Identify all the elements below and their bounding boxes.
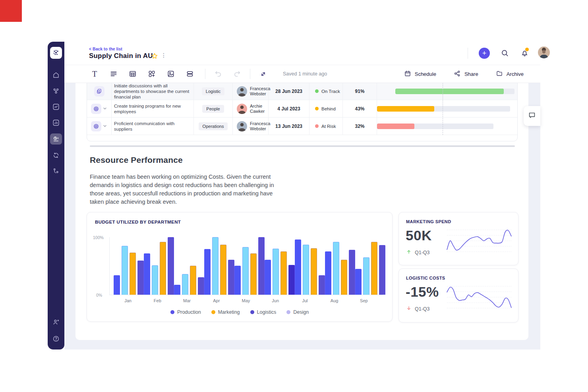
bar-logistics-mar[interactable]: [198, 277, 204, 295]
bar-marketing-jan[interactable]: [130, 253, 136, 295]
owner-name: Francesca Webster: [250, 86, 270, 97]
bar-production-mar[interactable]: [174, 285, 180, 295]
chart-title: BUDGET UTILIZED BY DEPARTMENT: [95, 220, 181, 224]
status-cell[interactable]: At Risk: [309, 118, 343, 135]
legend-item-production[interactable]: Production: [170, 309, 201, 315]
bar-logistics-feb[interactable]: [168, 237, 174, 295]
archive-button[interactable]: Archive: [496, 70, 524, 78]
task-title[interactable]: Create training programs for new employe…: [112, 100, 194, 117]
sidebar-item-invite[interactable]: [50, 317, 62, 327]
gantt-cell[interactable]: [377, 100, 517, 117]
sidebar-item-reports[interactable]: [50, 133, 62, 145]
owner-cell[interactable]: Francesca Webster: [233, 118, 269, 135]
sidebar-item-branch[interactable]: [50, 166, 62, 176]
kpi-label: LOGISTIC COSTS: [406, 276, 445, 280]
bar-design-mar[interactable]: [182, 274, 188, 295]
task-title[interactable]: Initiate discussions with all department…: [112, 83, 194, 100]
text-tool-icon[interactable]: T: [85, 70, 104, 79]
bar-production-jul[interactable]: [295, 239, 301, 295]
notifications-bell-icon[interactable]: [520, 49, 529, 59]
tag-chip[interactable]: Operations: [199, 122, 228, 130]
bar-logistics-aug[interactable]: [349, 250, 355, 295]
bar-production-jan[interactable]: [114, 275, 120, 295]
add-widget-tool-icon[interactable]: [142, 70, 161, 78]
bar-logistics-apr[interactable]: [228, 260, 234, 295]
toolbar: T Saved 1 minute ago: [64, 65, 540, 83]
bar-design-jan[interactable]: [122, 246, 128, 295]
layout-tool-icon[interactable]: [180, 70, 199, 78]
y-axis-tick-100: 100%: [93, 235, 104, 240]
tag-chip[interactable]: People: [202, 105, 224, 113]
bar-design-apr[interactable]: [212, 237, 219, 295]
bar-design-sep[interactable]: [363, 257, 369, 295]
bar-production-jun[interactable]: [265, 260, 271, 295]
bar-marketing-apr[interactable]: [220, 245, 226, 295]
star-icon[interactable]: [151, 52, 158, 61]
bar-logistics-jul[interactable]: [319, 275, 325, 295]
bar-marketing-jun[interactable]: [280, 251, 287, 295]
back-link[interactable]: < Back to the list: [89, 46, 122, 51]
sidebar-item-bar-chart[interactable]: [50, 118, 62, 128]
user-add-icon: [52, 319, 60, 326]
gantt-cell[interactable]: [377, 83, 517, 100]
create-button[interactable]: +: [479, 48, 490, 59]
bar-design-aug[interactable]: [333, 242, 339, 295]
bar-production-may[interactable]: [234, 266, 241, 295]
bar-marketing-jul[interactable]: [311, 248, 317, 295]
sidebar-item-sync[interactable]: [50, 150, 62, 160]
bar-marketing-may[interactable]: [250, 253, 257, 295]
table-row[interactable]: Create training programs for new employe…: [87, 100, 517, 118]
tag-chip[interactable]: Logistic: [202, 87, 224, 95]
bar-production-apr[interactable]: [204, 249, 211, 295]
bar-design-jun[interactable]: [273, 249, 279, 295]
share-button[interactable]: Share: [454, 70, 478, 78]
status-cell[interactable]: On Track: [309, 83, 343, 100]
bar-production-aug[interactable]: [325, 251, 331, 295]
status-cell[interactable]: Behind: [309, 100, 343, 117]
bar-design-jul[interactable]: [303, 245, 309, 295]
image-tool-icon[interactable]: [161, 70, 180, 78]
table-row[interactable]: Initiate discussions with all department…: [87, 83, 517, 100]
bar-production-sep[interactable]: [355, 269, 362, 295]
legend-item-design[interactable]: Design: [286, 309, 309, 315]
legend-item-logistics[interactable]: Logistics: [250, 309, 277, 315]
bar-logistics-may[interactable]: [258, 237, 265, 295]
bar-production-feb[interactable]: [144, 253, 150, 295]
table-tool-icon[interactable]: [123, 70, 142, 78]
comments-tab[interactable]: [524, 106, 540, 126]
bar-marketing-mar[interactable]: [190, 266, 196, 295]
kebab-menu-icon[interactable]: ⋮: [161, 52, 166, 58]
table-row[interactable]: Proficient communication with suppliersO…: [87, 118, 517, 135]
bar-marketing-sep[interactable]: [371, 242, 377, 295]
legend-dot: [170, 310, 174, 314]
bar-design-feb[interactable]: [152, 265, 158, 295]
schedule-button[interactable]: Schedule: [404, 70, 436, 78]
chevron-down-icon[interactable]: [103, 105, 107, 112]
owner-cell[interactable]: Francesca Webster: [233, 83, 269, 100]
header-divider: [468, 48, 468, 59]
user-avatar[interactable]: [538, 46, 550, 58]
task-title[interactable]: Proficient communication with suppliers: [112, 118, 194, 135]
undo-icon[interactable]: [209, 70, 228, 78]
app-logo-icon[interactable]: [50, 47, 62, 59]
bar-logistics-jan[interactable]: [137, 261, 144, 295]
gantt-cell[interactable]: [377, 118, 517, 135]
bar-logistics-sep[interactable]: [379, 245, 385, 295]
horizontal-scrollbar[interactable]: [90, 145, 515, 147]
align-tool-icon[interactable]: [104, 70, 123, 78]
expand-icon[interactable]: [253, 70, 273, 78]
bar-design-may[interactable]: [242, 247, 249, 295]
sidebar-item-line-chart[interactable]: [50, 102, 62, 112]
legend-dot: [211, 310, 215, 314]
redo-icon[interactable]: [228, 70, 247, 78]
bar-logistics-jun[interactable]: [288, 265, 295, 295]
sidebar-item-network[interactable]: [50, 86, 62, 96]
bar-marketing-aug[interactable]: [341, 260, 347, 295]
bar-marketing-feb[interactable]: [160, 242, 166, 295]
sidebar-item-help[interactable]: [50, 334, 62, 344]
owner-cell[interactable]: Archie Cawker: [233, 100, 269, 117]
legend-item-marketing[interactable]: Marketing: [211, 309, 240, 315]
sidebar-item-home[interactable]: [50, 70, 62, 80]
chevron-down-icon[interactable]: [103, 123, 107, 130]
search-icon[interactable]: [501, 49, 509, 59]
